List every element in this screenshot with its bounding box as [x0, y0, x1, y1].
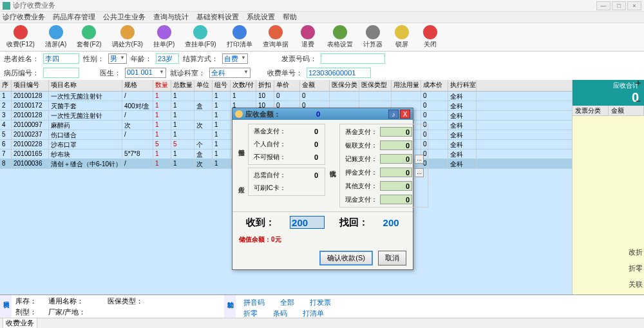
aux-link[interactable]: 折零	[243, 309, 258, 318]
toolbar-button[interactable]: 查询单据	[259, 24, 292, 50]
age-input[interactable]	[156, 53, 179, 64]
remove-button[interactable]: －	[634, 95, 643, 104]
menu-item[interactable]: 系统设置	[247, 12, 275, 22]
aux-link[interactable]: 条码	[273, 309, 287, 318]
dialog-help-button[interactable]: ♪	[388, 110, 399, 119]
column-header[interactable]: 序	[0, 80, 12, 91]
feeno-input[interactable]	[307, 68, 371, 78]
toolbar-button[interactable]: 退费	[295, 24, 321, 50]
payment-input[interactable]	[380, 127, 412, 137]
aux-link[interactable]: 全部	[280, 298, 294, 307]
column-header[interactable]: 折扣	[256, 80, 274, 91]
aux-link[interactable]: 打清单	[303, 309, 324, 318]
field-label: 其他支付：	[344, 182, 377, 191]
toolbar-button[interactable]: 调处方(F3)	[108, 24, 147, 50]
payment-input[interactable]	[380, 140, 412, 150]
menu-item[interactable]: 药品库存管理	[53, 12, 95, 22]
cell: 全科	[448, 111, 477, 120]
column-header[interactable]: 医保分类	[330, 80, 359, 91]
received-input[interactable]	[290, 216, 325, 229]
cell: 1	[213, 159, 231, 168]
cell: 20100237	[12, 130, 49, 139]
menu-item[interactable]: 帮助	[283, 12, 297, 22]
column-header[interactable]: 规格	[122, 80, 153, 91]
cell: 全科	[448, 159, 477, 168]
column-header[interactable]: 组号	[213, 80, 231, 91]
received-label: 收到：	[246, 217, 275, 229]
cell: 1	[153, 101, 171, 110]
toolbar-icon	[82, 25, 96, 39]
side-tool[interactable]: 改折	[629, 247, 643, 257]
table-row[interactable]: 120100128一次性无菌注射针/111110000全科	[0, 92, 572, 101]
doctor-select[interactable]: 001 001	[125, 68, 166, 78]
generic-label: 通用名称：	[48, 297, 84, 305]
cell: 5*7*8	[122, 150, 153, 159]
gender-select[interactable]: 男	[108, 53, 127, 64]
record-label: 病历编号：	[4, 68, 39, 78]
payment-input[interactable]	[380, 168, 412, 177]
side-tool[interactable]: 折零	[629, 264, 643, 273]
column-header[interactable]: 总数量	[171, 80, 194, 91]
dialog-close-button[interactable]: X	[400, 110, 410, 119]
more-button[interactable]: ...	[415, 168, 424, 177]
column-header[interactable]: 数量	[153, 80, 171, 91]
side-tool[interactable]: 关联	[629, 280, 643, 289]
toolbar-button[interactable]: 收费(F12)	[3, 24, 39, 50]
toolbar-icon	[157, 25, 171, 39]
menu-item[interactable]: 查询与统计	[153, 12, 189, 22]
dept-select[interactable]: 全科	[209, 68, 251, 78]
column-header[interactable]: 单位	[194, 80, 213, 91]
cell: 1	[171, 121, 194, 130]
cell: 20100172	[12, 101, 49, 110]
record-input[interactable]	[43, 68, 79, 78]
column-header[interactable]: 项目编号	[12, 80, 49, 91]
toolbar-button[interactable]: 表格设置	[323, 24, 357, 50]
field-label: 现金支付：	[344, 195, 377, 204]
item-info-label: 项目资料	[0, 295, 12, 318]
aux-link[interactable]: 打发票	[310, 298, 331, 307]
toolbar-icon	[193, 25, 207, 39]
cancel-payment-button[interactable]: 取消	[378, 251, 406, 265]
cell: 1	[213, 111, 231, 120]
menu-item[interactable]: 诊疗收费业务	[3, 12, 45, 22]
column-header[interactable]: 单价	[274, 80, 300, 91]
window-title: 诊疗收费业务	[13, 1, 596, 10]
toolbar-button[interactable]: 挂单(P)	[149, 24, 178, 50]
payment-input[interactable]	[380, 154, 412, 164]
confirm-payment-button[interactable]: 确认收款(S)	[319, 251, 373, 265]
toolbar-button[interactable]: 查挂单(F9)	[181, 24, 220, 50]
toolbar-button[interactable]: 清屏(A)	[41, 24, 70, 50]
column-header[interactable]: 用法用量	[392, 80, 421, 91]
column-header[interactable]: 医保类型	[359, 80, 392, 91]
maximize-button[interactable]: □	[612, 1, 626, 10]
cell: 1	[0, 92, 12, 101]
cell: 6	[0, 140, 12, 149]
status-tab[interactable]: 收费业务	[3, 318, 37, 328]
toolbar-button[interactable]: 计算器	[359, 24, 386, 50]
payment-input[interactable]	[380, 181, 412, 191]
column-header[interactable]: 执行科室	[448, 80, 477, 91]
column-header[interactable]: 项目名称	[49, 80, 122, 91]
cell: 伤口缝合	[49, 130, 122, 139]
toolbar-button[interactable]: 套餐(F2)	[73, 24, 105, 50]
toolbar-button[interactable]: 打印清单	[223, 24, 256, 50]
menu-item[interactable]: 公共卫生业务	[103, 12, 146, 22]
toolbar-button[interactable]: 关闭	[417, 24, 443, 50]
close-button[interactable]: ×	[627, 1, 641, 10]
more-button[interactable]: ...	[415, 155, 424, 164]
minimize-button[interactable]: —	[596, 1, 611, 10]
aux-link[interactable]: 拼音码	[243, 298, 265, 307]
payment-input[interactable]	[380, 195, 412, 204]
column-header[interactable]: 次数/付	[231, 80, 256, 91]
toolbar-button[interactable]: 锁屏	[389, 24, 415, 50]
menu-item[interactable]: 基础资料设置	[196, 12, 239, 22]
field-row: 个人自付：0	[252, 140, 321, 149]
bottom-panel: 项目资料 库存： 通用名称： 医保类型： 剂型： 厂家/产地： 辅助功能 拼音码…	[0, 294, 644, 318]
column-header[interactable]: 成本价	[421, 80, 448, 91]
invoice-input[interactable]	[321, 53, 385, 64]
paytype-select[interactable]: 自费	[222, 53, 248, 64]
patient-name-input[interactable]	[43, 53, 79, 64]
add-button[interactable]: ＋	[634, 77, 643, 86]
payment-dialog: 应收金额： 0 ♪ X 基金报销 基金支付：0个人自付：0不可报销：0 个人应付…	[232, 108, 413, 270]
column-header[interactable]: 金额	[300, 80, 330, 91]
